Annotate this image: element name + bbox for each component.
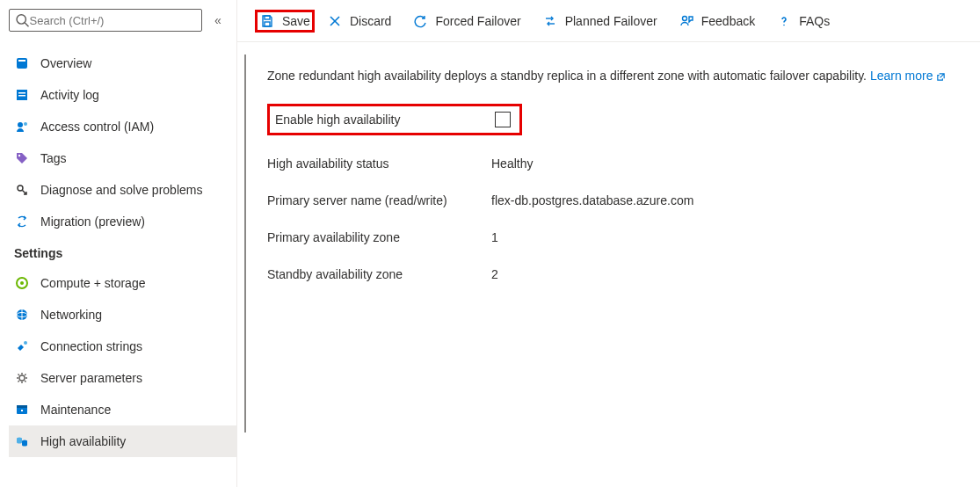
planned-failover-label: Planned Failover xyxy=(565,14,657,28)
sidebar-item-maintenance[interactable]: Maintenance xyxy=(9,394,236,425)
search-box[interactable] xyxy=(9,9,202,32)
svg-point-0 xyxy=(17,15,25,24)
planned-failover-button[interactable]: Planned Failover xyxy=(534,10,666,33)
compute-storage-icon xyxy=(14,275,30,291)
standby-zone-value: 2 xyxy=(491,267,498,281)
toolbar: Save Discard Forced Failover Planned Fai… xyxy=(237,0,980,42)
faqs-icon xyxy=(776,13,792,29)
faqs-button[interactable]: FAQs xyxy=(767,10,838,33)
primary-zone-label: Primary availability zone xyxy=(267,230,491,244)
sidebar-item-overview[interactable]: Overview xyxy=(9,47,236,79)
enable-ha-checkbox[interactable] xyxy=(495,112,511,127)
svg-point-9 xyxy=(18,155,20,156)
svg-rect-3 xyxy=(18,60,25,62)
diagnose-icon xyxy=(14,182,30,198)
primary-server-label: Primary server name (read/write) xyxy=(267,193,491,207)
save-icon xyxy=(259,13,275,29)
sidebar-item-activity-log[interactable]: Activity log xyxy=(9,79,236,111)
sidebar-item-label: Compute + storage xyxy=(40,276,145,290)
svg-point-27 xyxy=(22,444,27,447)
activity-log-icon xyxy=(14,87,30,103)
discard-label: Discard xyxy=(350,14,391,28)
sidebar-item-label: Diagnose and solve problems xyxy=(40,183,202,197)
networking-icon xyxy=(14,307,30,323)
external-link-icon xyxy=(936,72,946,82)
sidebar-item-label: High availability xyxy=(40,434,126,448)
svg-rect-21 xyxy=(21,410,23,411)
save-button[interactable]: Save xyxy=(255,10,315,33)
enable-ha-row: Enable high availability xyxy=(267,104,522,135)
svg-rect-28 xyxy=(265,16,270,19)
forced-failover-button[interactable]: Forced Failover xyxy=(403,10,529,33)
sidebar-section-settings: Settings xyxy=(9,237,236,267)
maintenance-icon xyxy=(14,402,30,418)
sidebar-item-label: Tags xyxy=(40,151,67,165)
feedback-label: Feedback xyxy=(701,14,755,28)
sidebar-item-label: Activity log xyxy=(40,88,99,102)
sidebar-item-diagnose[interactable]: Diagnose and solve problems xyxy=(9,174,236,206)
sidebar-item-label: Networking xyxy=(40,308,102,322)
standby-zone-label: Standby availability zone xyxy=(267,267,491,281)
content-area: Zone redundant high availability deploys… xyxy=(237,42,980,304)
svg-point-7 xyxy=(18,122,23,127)
sidebar-item-networking[interactable]: Networking xyxy=(9,299,236,331)
discard-button[interactable]: Discard xyxy=(318,10,400,33)
collapse-sidebar-button[interactable]: « xyxy=(214,13,221,27)
server-parameters-icon xyxy=(14,370,30,386)
sidebar-item-label: Migration (preview) xyxy=(40,214,145,229)
sidebar-item-server-parameters[interactable]: Server parameters xyxy=(9,362,236,394)
svg-rect-20 xyxy=(17,405,27,408)
svg-point-24 xyxy=(17,441,22,444)
svg-point-13 xyxy=(20,281,24,285)
learn-more-link[interactable]: Learn more xyxy=(870,69,946,83)
high-availability-icon xyxy=(14,433,30,449)
sidebar-item-access-control[interactable]: Access control (IAM) xyxy=(9,111,236,142)
search-input[interactable] xyxy=(30,14,196,27)
planned-failover-icon xyxy=(542,13,558,29)
primary-server-row: Primary server name (read/write) flex-db… xyxy=(267,193,954,207)
discard-icon xyxy=(327,13,343,29)
connection-strings-icon xyxy=(14,338,30,354)
save-label: Save xyxy=(282,14,310,28)
svg-point-32 xyxy=(682,16,686,20)
sidebar-item-label: Overview xyxy=(40,56,91,70)
sidebar: « Overview Activity log Access control (… xyxy=(0,0,237,487)
svg-rect-5 xyxy=(18,92,25,94)
search-icon xyxy=(15,12,30,28)
forced-failover-label: Forced Failover xyxy=(435,14,520,28)
tags-icon xyxy=(14,150,30,166)
faqs-label: FAQs xyxy=(799,14,830,28)
description: Zone redundant high availability deploys… xyxy=(267,69,954,83)
sidebar-item-compute-storage[interactable]: Compute + storage xyxy=(9,267,236,299)
primary-zone-value: 1 xyxy=(491,230,498,244)
sidebar-item-label: Server parameters xyxy=(40,371,142,385)
overview-icon xyxy=(14,55,30,71)
svg-line-1 xyxy=(25,23,28,26)
standby-zone-row: Standby availability zone 2 xyxy=(267,267,954,281)
primary-server-value: flex-db.postgres.database.azure.com xyxy=(491,193,693,207)
sidebar-item-high-availability[interactable]: High availability xyxy=(9,425,236,457)
svg-point-8 xyxy=(24,122,27,126)
svg-point-10 xyxy=(18,185,23,191)
migration-icon xyxy=(14,214,30,229)
svg-rect-29 xyxy=(265,22,270,26)
access-control-icon xyxy=(14,119,30,134)
status-label: High availability status xyxy=(267,156,491,171)
sidebar-item-label: Connection strings xyxy=(40,339,142,353)
sidebar-item-migration[interactable]: Migration (preview) xyxy=(9,206,236,237)
sidebar-item-tags[interactable]: Tags xyxy=(9,142,236,174)
description-text: Zone redundant high availability deploys… xyxy=(267,69,870,83)
svg-rect-2 xyxy=(17,58,27,69)
svg-point-17 xyxy=(24,341,27,345)
sidebar-item-label: Access control (IAM) xyxy=(40,120,154,134)
svg-point-18 xyxy=(19,375,25,381)
feedback-button[interactable]: Feedback xyxy=(670,10,764,33)
main-panel: Save Discard Forced Failover Planned Fai… xyxy=(237,0,980,487)
sidebar-item-connection-strings[interactable]: Connection strings xyxy=(9,331,236,362)
feedback-icon xyxy=(679,13,694,29)
sidebar-item-label: Maintenance xyxy=(40,403,111,417)
status-row: High availability status Healthy xyxy=(267,156,954,171)
primary-zone-row: Primary availability zone 1 xyxy=(267,230,954,244)
status-value: Healthy xyxy=(491,156,533,171)
content-separator xyxy=(244,55,246,432)
